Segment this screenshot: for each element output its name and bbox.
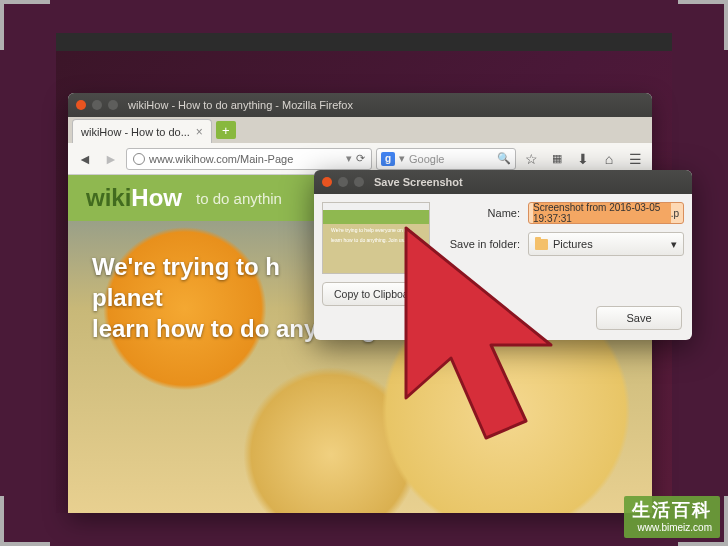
- maximize-icon[interactable]: [354, 177, 364, 187]
- firefox-titlebar[interactable]: wikiHow - How to do anything - Mozilla F…: [68, 93, 652, 117]
- new-tab-button[interactable]: +: [216, 121, 236, 139]
- menu-icon[interactable]: ☰: [624, 148, 646, 170]
- minimize-icon[interactable]: [92, 100, 102, 110]
- desktop: wikiHow - How to do anything - Mozilla F…: [56, 33, 672, 513]
- save-button[interactable]: Save: [596, 306, 682, 330]
- filename-input[interactable]: Screenshot from 2016-03-05 19:37:31.p: [528, 202, 684, 224]
- tab-label: wikiHow - How to do...: [81, 126, 190, 138]
- name-label: Name:: [440, 207, 520, 219]
- back-icon[interactable]: ◄: [74, 148, 96, 170]
- system-menubar: [56, 33, 672, 51]
- download-icon[interactable]: ⬇: [572, 148, 594, 170]
- wikihow-tagline: to do anythin: [196, 190, 282, 207]
- dropdown-icon[interactable]: ▾: [399, 152, 405, 165]
- url-text: www.wikihow.com/Main-Page: [149, 153, 293, 165]
- home-icon[interactable]: ⌂: [598, 148, 620, 170]
- close-icon[interactable]: [76, 100, 86, 110]
- reload-icon[interactable]: ⟳: [356, 152, 365, 165]
- wikihow-logo[interactable]: wikiHow: [86, 184, 182, 212]
- dropdown-icon[interactable]: ▾: [346, 152, 352, 165]
- apps-icon[interactable]: ▦: [546, 148, 568, 170]
- star-icon[interactable]: ☆: [520, 148, 542, 170]
- forward-icon[interactable]: ►: [100, 148, 122, 170]
- google-icon: g: [381, 152, 395, 166]
- browser-tab[interactable]: wikiHow - How to do... ×: [72, 119, 212, 143]
- search-bar[interactable]: g ▾ Google 🔍: [376, 148, 516, 170]
- url-bar[interactable]: www.wikihow.com/Main-Page ▾ ⟳: [126, 148, 372, 170]
- search-icon[interactable]: 🔍: [497, 152, 511, 165]
- search-placeholder: Google: [409, 153, 444, 165]
- watermark-title: 生活百科: [632, 500, 712, 522]
- watermark: 生活百科 www.bimeiz.com: [624, 496, 720, 538]
- watermark-url: www.bimeiz.com: [632, 522, 712, 534]
- cursor-annotation: [396, 223, 586, 463]
- dialog-title: Save Screenshot: [374, 176, 463, 188]
- dialog-titlebar[interactable]: Save Screenshot: [314, 170, 692, 194]
- close-icon[interactable]: [322, 177, 332, 187]
- window-title: wikiHow - How to do anything - Mozilla F…: [128, 99, 353, 111]
- frame-corner: [0, 496, 50, 546]
- close-tab-icon[interactable]: ×: [196, 125, 203, 139]
- minimize-icon[interactable]: [338, 177, 348, 187]
- globe-icon: [133, 153, 145, 165]
- chevron-down-icon: ▾: [671, 238, 677, 251]
- frame-corner: [0, 0, 50, 50]
- tab-strip: wikiHow - How to do... × +: [68, 117, 652, 143]
- maximize-icon[interactable]: [108, 100, 118, 110]
- filename-value: Screenshot from 2016-03-05 19:37:31: [533, 202, 671, 224]
- frame-corner: [678, 0, 728, 50]
